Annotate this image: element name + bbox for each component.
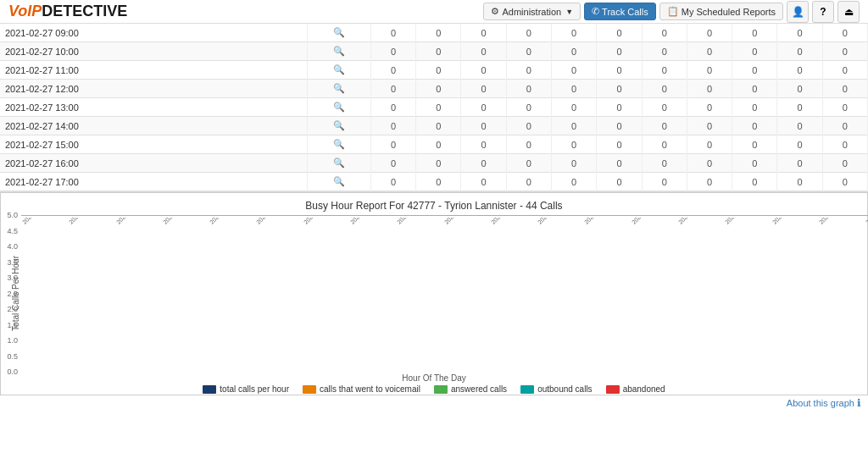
table-value: 0 bbox=[552, 117, 597, 135]
help-button[interactable]: ? bbox=[812, 1, 834, 23]
legend-label: outbound calls bbox=[537, 384, 593, 394]
search-icon-cell[interactable]: 🔍 bbox=[307, 42, 370, 61]
x-axis-tick-label: 2021-02-21 06:00 bbox=[115, 218, 153, 225]
table-datetime: 2021-02-27 09:00 bbox=[0, 24, 307, 42]
table-value: 0 bbox=[777, 61, 822, 80]
table-value: 0 bbox=[597, 173, 642, 191]
about-graph-link[interactable]: About this graph ℹ bbox=[0, 395, 868, 411]
table-row: 2021-02-27 14:00🔍00000000000 bbox=[0, 117, 868, 135]
table-value: 0 bbox=[597, 61, 642, 80]
phone-icon: ✆ bbox=[592, 6, 599, 17]
chart-title: Busy Hour Report For 42777 - Tyrion Lann… bbox=[8, 200, 860, 212]
x-axis-tick-label: 2021-02-21 12:00 bbox=[209, 218, 246, 225]
table-value: 0 bbox=[506, 61, 551, 80]
y-tick-label: 0.0 bbox=[7, 367, 18, 376]
table-value: 0 bbox=[370, 61, 415, 80]
y-tick-label: 0.5 bbox=[7, 352, 18, 361]
legend-item: calls that went to voicemail bbox=[303, 384, 420, 394]
table-value: 0 bbox=[506, 80, 551, 98]
table-value: 0 bbox=[732, 117, 777, 135]
y-tick-label: 1.0 bbox=[7, 336, 18, 345]
administration-button[interactable]: ⚙ Administration ▼ bbox=[483, 3, 581, 20]
table-row: 2021-02-27 11:00🔍00000000000 bbox=[0, 61, 868, 80]
table-row: 2021-02-27 09:00🔍00000000000 bbox=[0, 24, 868, 42]
gear-icon: ⚙ bbox=[491, 6, 499, 17]
search-icon-cell[interactable]: 🔍 bbox=[307, 154, 370, 173]
table-value: 0 bbox=[687, 98, 732, 117]
data-table: 2021-02-27 09:00🔍000000000002021-02-27 1… bbox=[0, 24, 868, 191]
table-row: 2021-02-27 13:00🔍00000000000 bbox=[0, 98, 868, 117]
table-value: 0 bbox=[461, 42, 506, 61]
table-value: 0 bbox=[506, 135, 551, 154]
legend-color-box bbox=[520, 385, 534, 394]
table-value: 0 bbox=[687, 42, 732, 61]
table-value: 0 bbox=[732, 135, 777, 154]
table-datetime: 2021-02-27 16:00 bbox=[0, 154, 307, 173]
legend-item: total calls per hour bbox=[203, 384, 289, 394]
table-row: 2021-02-27 17:00🔍00000000000 bbox=[0, 173, 868, 191]
table-value: 0 bbox=[597, 42, 642, 61]
y-tick-label: 1.5 bbox=[7, 321, 18, 329]
search-icon-cell[interactable]: 🔍 bbox=[307, 80, 370, 98]
table-value: 0 bbox=[642, 135, 687, 154]
my-scheduled-reports-button[interactable]: 📋 My Scheduled Reports bbox=[659, 3, 783, 20]
search-icon-cell[interactable]: 🔍 bbox=[307, 98, 370, 117]
legend-color-box bbox=[303, 385, 316, 394]
table-value: 0 bbox=[461, 154, 506, 173]
table-datetime: 2021-02-27 13:00 bbox=[0, 98, 307, 117]
table-value: 0 bbox=[416, 98, 461, 117]
table-value: 0 bbox=[732, 61, 777, 80]
legend-color-box bbox=[606, 385, 620, 394]
logo: VoIP DETECTIVE bbox=[8, 3, 127, 20]
table-value: 0 bbox=[687, 135, 732, 154]
table-value: 0 bbox=[822, 24, 867, 42]
table-value: 0 bbox=[506, 98, 551, 117]
user-button[interactable]: 👤 bbox=[787, 1, 809, 23]
y-tick-label: 4.0 bbox=[7, 242, 18, 251]
table-value: 0 bbox=[552, 135, 597, 154]
table-value: 0 bbox=[370, 42, 415, 61]
table-row: 2021-02-27 16:00🔍00000000000 bbox=[0, 154, 868, 173]
table-value: 0 bbox=[777, 24, 822, 42]
chart-container: Busy Hour Report For 42777 - Tyrion Lann… bbox=[0, 192, 868, 395]
table-value: 0 bbox=[552, 24, 597, 42]
table-datetime: 2021-02-27 14:00 bbox=[0, 117, 307, 135]
table-value: 0 bbox=[552, 61, 597, 80]
x-tick-labels-area: 2021-02-21 00:002021-02-21 03:002021-02-… bbox=[21, 216, 868, 243]
table-value: 0 bbox=[416, 42, 461, 61]
x-axis-tick-label: 2021-02-22 21:00 bbox=[724, 218, 761, 225]
table-value: 0 bbox=[461, 80, 506, 98]
table-value: 0 bbox=[506, 117, 551, 135]
search-icon-cell[interactable]: 🔍 bbox=[307, 135, 370, 154]
search-icon-cell[interactable]: 🔍 bbox=[307, 24, 370, 42]
search-icon-cell[interactable]: 🔍 bbox=[307, 173, 370, 191]
x-axis-tick-label: 2021-02-22 06:00 bbox=[490, 218, 527, 225]
search-icon-cell[interactable]: 🔍 bbox=[307, 61, 370, 80]
x-axis-tick-label: 2021-02-22 00:00 bbox=[396, 218, 433, 225]
table-value: 0 bbox=[461, 117, 506, 135]
x-axis-tick-label: 2021-02-23 06:00 bbox=[865, 218, 868, 225]
table-value: 0 bbox=[732, 173, 777, 191]
about-graph-label: About this graph bbox=[787, 398, 854, 408]
user-icon: 👤 bbox=[792, 6, 804, 18]
logout-button[interactable]: ⏏ bbox=[837, 1, 860, 23]
legend-item: outbound calls bbox=[520, 384, 593, 394]
y-tick-label: 2.0 bbox=[7, 305, 18, 313]
table-value: 0 bbox=[777, 42, 822, 61]
logo-voip: VoIP bbox=[8, 3, 42, 20]
table-datetime: 2021-02-27 15:00 bbox=[0, 135, 307, 154]
x-axis-tick-label: 2021-02-21 18:00 bbox=[303, 218, 340, 225]
table-value: 0 bbox=[597, 98, 642, 117]
table-datetime: 2021-02-27 17:00 bbox=[0, 173, 307, 191]
table-value: 0 bbox=[370, 154, 415, 173]
table-value: 0 bbox=[416, 173, 461, 191]
table-value: 0 bbox=[416, 135, 461, 154]
table-value: 0 bbox=[777, 117, 822, 135]
x-axis-tick-label: 2021-02-22 18:00 bbox=[677, 218, 715, 225]
table-row: 2021-02-27 12:00🔍00000000000 bbox=[0, 80, 868, 98]
table-value: 0 bbox=[370, 98, 415, 117]
track-calls-button[interactable]: ✆ Track Calls bbox=[584, 3, 656, 20]
table-value: 0 bbox=[506, 24, 551, 42]
search-icon-cell[interactable]: 🔍 bbox=[307, 117, 370, 135]
x-axis-tick-label: 2021-02-22 15:00 bbox=[631, 218, 668, 225]
